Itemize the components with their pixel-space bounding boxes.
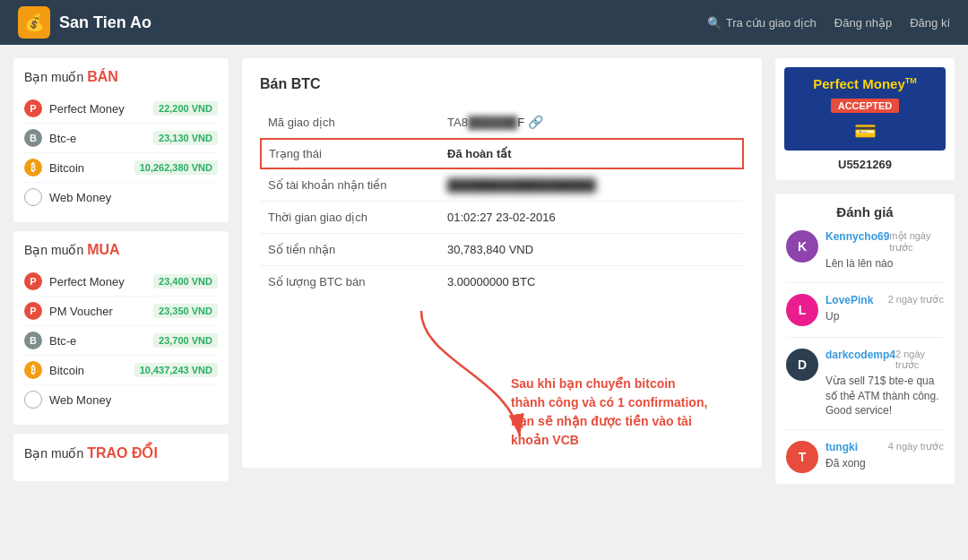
site-title: San Tien Ao	[59, 13, 151, 32]
review-content: tungki 4 ngày trước Đã xong	[825, 441, 944, 473]
field-label: Thời gian giao dịch	[261, 202, 440, 234]
header-nav: 🔍 Tra cứu giao dịch Đăng nhập Đăng kí	[707, 16, 950, 30]
review-content: darkcodemp4 2 ngày trước Vừa sell 71$ bt…	[825, 349, 944, 418]
reviews-list: K Kennycho69 một ngày trước Lên là lên n…	[786, 230, 944, 473]
review-avatar: D	[786, 349, 818, 381]
currency-price: 10,437,243 VND	[134, 363, 218, 377]
currency-name: Web Money	[49, 191, 111, 204]
review-content: LovePink 2 ngày trước Up	[825, 294, 944, 326]
field-value: 30,783,840 VND	[440, 234, 743, 266]
review-username[interactable]: tungki	[825, 441, 858, 453]
currency-name: Bitcoin	[49, 364, 84, 377]
currency-icon: B	[24, 332, 42, 349]
sidebar-item[interactable]: ₿ Bitcoin 10,262,380 VND	[24, 153, 218, 183]
sidebar-item-left: P PM Voucher	[24, 302, 113, 320]
search-link[interactable]: 🔍 Tra cứu giao dịch	[707, 16, 817, 30]
currency-name: Bitcoin	[49, 161, 84, 175]
review-username[interactable]: darkcodemp4	[825, 349, 895, 371]
left-sidebar: Bạn muốn BÁN P Perfect Money 22,200 VND …	[13, 58, 229, 490]
buy-section: Bạn muốn MUA P Perfect Money 23,400 VND …	[13, 231, 229, 425]
buy-title: Bạn muốn MUA	[24, 242, 218, 258]
review-username[interactable]: Kennycho69	[825, 230, 889, 254]
transaction-row: Mã giao dịch TA8██████F 🔗	[261, 106, 743, 139]
review-header: darkcodemp4 2 ngày trước	[825, 349, 944, 371]
review-avatar: K	[786, 230, 818, 263]
sidebar-item-left: B Btc-e	[24, 129, 76, 147]
currency-icon: P	[24, 272, 42, 290]
review-content: Kennycho69 một ngày trước Lên là lên nào	[825, 230, 944, 271]
currency-icon: P	[24, 99, 42, 117]
card-title: Bán BTC	[260, 76, 744, 92]
sidebar-item[interactable]: P Perfect Money 22,200 VND	[24, 94, 218, 124]
field-label: Trạng thái	[261, 139, 440, 168]
sidebar-item[interactable]: B Btc-e 23,130 VND	[24, 124, 218, 153]
buy-items-list: P Perfect Money 23,400 VND P PM Voucher …	[24, 267, 218, 414]
sidebar-item[interactable]: P PM Voucher 23,350 VND	[24, 297, 218, 326]
currency-name: Btc-e	[49, 334, 76, 348]
review-time: 4 ngày trước	[888, 441, 944, 453]
field-value: ██████████████████	[440, 168, 743, 202]
currency-name: Perfect Money	[49, 102, 125, 116]
pm-card-icon: 💳	[793, 120, 937, 142]
pm-user-id: U5521269	[784, 158, 946, 171]
currency-price: 23,350 VND	[153, 304, 218, 318]
review-item: L LovePink 2 ngày trước Up	[786, 294, 944, 338]
annotation-text: Sau khi bạn chuyển bitcoin thành công và…	[511, 375, 707, 450]
field-value: 3.00000000 BTC	[440, 266, 743, 298]
review-username[interactable]: LovePink	[825, 294, 873, 306]
sidebar-item-left: W Web Money	[24, 188, 111, 206]
pm-banner: Perfect MoneyTM ACCEPTED 💳	[784, 67, 946, 151]
sell-items-list: P Perfect Money 22,200 VND B Btc-e 23,13…	[24, 94, 218, 211]
currency-price: 22,200 VND	[153, 101, 218, 116]
currency-price: 23,700 VND	[153, 333, 218, 348]
currency-price: 23,400 VND	[153, 274, 218, 289]
review-header: tungki 4 ngày trước	[825, 441, 944, 453]
sidebar-item-left: W Web Money	[24, 391, 111, 409]
sidebar-item[interactable]: B Btc-e 23,700 VND	[24, 326, 218, 356]
sidebar-item-left: ₿ Bitcoin	[24, 361, 84, 379]
main-content: Bán BTC Mã giao dịch TA8██████F 🔗 Trạng …	[242, 58, 762, 490]
sidebar-item-left: B Btc-e	[24, 332, 76, 349]
transaction-row: Thời gian giao dịch 01:02:27 23-02-2016	[261, 202, 743, 234]
pm-ad[interactable]: Perfect MoneyTM ACCEPTED 💳 U5521269	[775, 58, 955, 180]
sidebar-item[interactable]: P Perfect Money 23,400 VND	[24, 267, 218, 297]
register-link[interactable]: Đăng kí	[910, 16, 950, 30]
sidebar-item-left: P Perfect Money	[24, 99, 125, 117]
currency-price: 10,262,380 VND	[134, 160, 218, 175]
link-icon[interactable]: 🔗	[528, 115, 543, 129]
review-avatar: L	[786, 294, 818, 326]
annotation-area: Sau khi bạn chuyển bitcoin thành công và…	[260, 306, 744, 450]
transaction-card: Bán BTC Mã giao dịch TA8██████F 🔗 Trạng …	[242, 58, 762, 468]
transaction-table: Mã giao dịch TA8██████F 🔗 Trạng thái Đã …	[260, 106, 744, 297]
review-item: D darkcodemp4 2 ngày trước Vừa sell 71$ …	[786, 349, 944, 430]
trade-section: Bạn muốn TRAO ĐỔI	[13, 434, 229, 481]
transaction-row: Số lượng BTC bán 3.00000000 BTC	[261, 266, 743, 298]
right-sidebar: Perfect MoneyTM ACCEPTED 💳 U5521269 Đánh…	[775, 58, 955, 490]
review-text: Lên là lên nào	[825, 256, 944, 271]
currency-name: PM Voucher	[49, 305, 113, 318]
sidebar-item[interactable]: ₿ Bitcoin 10,437,243 VND	[24, 356, 218, 385]
currency-icon: P	[24, 302, 42, 320]
currency-name: Perfect Money	[49, 275, 125, 289]
pm-accepted-badge: ACCEPTED	[831, 99, 900, 113]
review-header: Kennycho69 một ngày trước	[825, 230, 944, 254]
currency-icon: ₿	[24, 159, 42, 177]
currency-icon: W	[24, 188, 42, 206]
login-link[interactable]: Đăng nhập	[834, 16, 892, 30]
review-text: Đã xong	[825, 456, 944, 471]
transaction-row: Số tài khoản nhận tiền █████████████████…	[261, 168, 743, 202]
review-text: Up	[825, 309, 944, 324]
sidebar-item[interactable]: W Web Money	[24, 385, 218, 414]
sell-section: Bạn muốn BÁN P Perfect Money 22,200 VND …	[13, 58, 229, 222]
field-value: Đã hoàn tất	[440, 139, 743, 168]
review-time: một ngày trước	[889, 230, 944, 254]
field-label: Mã giao dịch	[261, 106, 440, 139]
logo-icon: 💰	[18, 6, 50, 39]
field-value: TA8██████F 🔗	[440, 106, 743, 139]
sell-title: Bạn muốn BÁN	[24, 69, 218, 85]
field-label: Số tài khoản nhận tiền	[261, 168, 440, 202]
sidebar-item-left: P Perfect Money	[24, 272, 125, 290]
sidebar-item[interactable]: W Web Money	[24, 183, 218, 211]
trade-title: Bạn muốn TRAO ĐỔI	[24, 444, 218, 461]
field-label: Số lượng BTC bán	[261, 266, 440, 298]
